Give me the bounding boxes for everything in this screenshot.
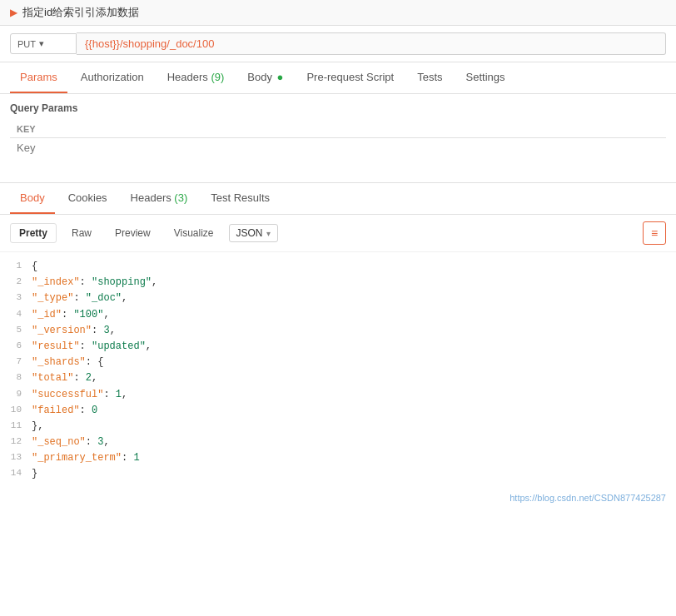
line-number: 12 [7, 435, 32, 450]
code-punctuation: : [73, 292, 85, 304]
url-bar: PUT ▾ [0, 26, 676, 62]
response-tab-cookies[interactable]: Cookies [58, 183, 117, 214]
tab-headers[interactable]: Headers (9) [157, 62, 235, 93]
code-brace: }, [32, 420, 43, 432]
tab-tests[interactable]: Tests [407, 62, 452, 93]
code-key: "_version" [32, 325, 92, 336]
line-number: 7 [7, 355, 32, 370]
params-table: KEY [10, 121, 666, 157]
line-content: "successful": 1, [32, 387, 669, 403]
response-tab-body[interactable]: Body [10, 183, 55, 214]
code-number: 3 [103, 325, 109, 336]
request-tabs: Params Authorization Headers (9) Body ● … [0, 62, 676, 94]
code-line: 1{ [0, 259, 676, 275]
col-value-header [614, 121, 666, 138]
code-string: "100" [73, 309, 103, 320]
watermark: https://blog.csdn.net/CSDN877425287 [0, 489, 676, 506]
code-number: 1 [133, 452, 139, 464]
visualize-btn[interactable]: Visualize [166, 224, 222, 242]
response-toolbar: Pretty Raw Preview Visualize JSON ▾ ≡ [0, 215, 676, 252]
line-number: 11 [7, 419, 32, 434]
top-bar: ▶ 指定id给索引引添加数据 [0, 0, 676, 26]
code-punctuation: : [80, 340, 92, 352]
raw-btn[interactable]: Raw [63, 224, 100, 242]
code-string: "updated" [92, 340, 146, 352]
format-select[interactable]: JSON ▾ [229, 224, 278, 242]
line-number: 9 [7, 387, 32, 402]
code-brace: } [32, 468, 37, 479]
pretty-btn[interactable]: Pretty [10, 223, 57, 243]
method-arrow-icon: ▾ [39, 38, 44, 49]
code-line: 11 }, [0, 419, 676, 435]
response-tab-headers[interactable]: Headers (3) [121, 183, 198, 214]
code-punctuation: , [110, 325, 116, 336]
line-content: } [32, 466, 669, 482]
code-punctuation: : [86, 436, 97, 448]
tab-settings[interactable]: Settings [456, 62, 515, 93]
preview-btn[interactable]: Preview [107, 224, 159, 242]
code-string: "shopping" [92, 276, 152, 288]
line-content: "_version": 3, [32, 323, 669, 339]
line-number: 10 [7, 403, 32, 418]
headers-badge: (9) [211, 71, 224, 83]
code-key: "result" [32, 340, 80, 352]
code-punctuation: : [122, 452, 133, 464]
code-key: "failed" [32, 405, 80, 416]
code-brace: { [97, 356, 103, 368]
line-number: 13 [7, 450, 32, 465]
code-line: 2 "_index": "shopping", [0, 275, 676, 291]
code-number: 2 [86, 372, 92, 384]
code-area: 1{2 "_index": "shopping",3 "_type": "_do… [0, 252, 676, 489]
line-number: 6 [7, 339, 32, 354]
method-select[interactable]: PUT ▾ [10, 33, 77, 54]
col-key-header: KEY [10, 121, 614, 138]
top-bar-title: 指定id给索引引添加数据 [22, 5, 139, 20]
tab-params[interactable]: Params [10, 62, 67, 93]
code-punctuation: , [103, 309, 109, 320]
code-punctuation: : [80, 276, 92, 288]
code-key: "_type" [32, 292, 73, 304]
code-line: 4 "_id": "100", [0, 307, 676, 323]
tab-pre-request[interactable]: Pre-request Script [296, 62, 404, 93]
code-number: 0 [92, 405, 97, 416]
params-section: Query Params KEY [0, 94, 676, 166]
method-label: PUT [17, 39, 36, 49]
tab-body[interactable]: Body ● [237, 62, 293, 93]
wrap-btn[interactable]: ≡ [643, 221, 666, 245]
query-params-label: Query Params [10, 102, 666, 114]
code-number: 1 [116, 389, 122, 400]
line-content: "_primary_term": 1 [32, 450, 669, 466]
code-line: 5 "_version": 3, [0, 323, 676, 339]
code-line: 3 "_type": "_doc", [0, 291, 676, 306]
tab-authorization[interactable]: Authorization [71, 62, 154, 93]
code-key: "_id" [32, 309, 62, 320]
line-content: "_id": "100", [32, 307, 669, 323]
url-input[interactable] [77, 32, 666, 55]
line-number: 3 [7, 291, 32, 306]
line-content: "_index": "shopping", [32, 275, 669, 291]
response-tabs: Body Cookies Headers (3) Test Results [0, 182, 676, 215]
code-punctuation: : [103, 389, 115, 400]
code-brace: { [32, 261, 37, 272]
code-punctuation: , [146, 340, 152, 352]
expand-icon[interactable]: ▶ [10, 7, 17, 18]
format-label: JSON [236, 227, 263, 239]
line-number: 4 [7, 307, 32, 322]
code-punctuation: , [92, 372, 97, 384]
code-line: 8 "total": 2, [0, 370, 676, 386]
code-line: 9 "successful": 1, [0, 387, 676, 403]
line-number: 14 [7, 466, 32, 481]
key-input[interactable] [17, 142, 607, 154]
code-key: "total" [32, 372, 73, 384]
code-key: "_seq_no" [32, 436, 86, 448]
line-content: "_shards": { [32, 355, 669, 370]
code-key: "_index" [32, 276, 80, 288]
line-number: 5 [7, 323, 32, 338]
code-key: "_primary_term" [32, 452, 122, 464]
code-punctuation: : [62, 309, 73, 320]
code-key: "successful" [32, 389, 103, 400]
code-line: 6 "result": "updated", [0, 339, 676, 355]
code-punctuation: : [92, 325, 103, 336]
response-tab-test-results[interactable]: Test Results [201, 183, 280, 214]
line-content: "_type": "_doc", [32, 291, 669, 306]
